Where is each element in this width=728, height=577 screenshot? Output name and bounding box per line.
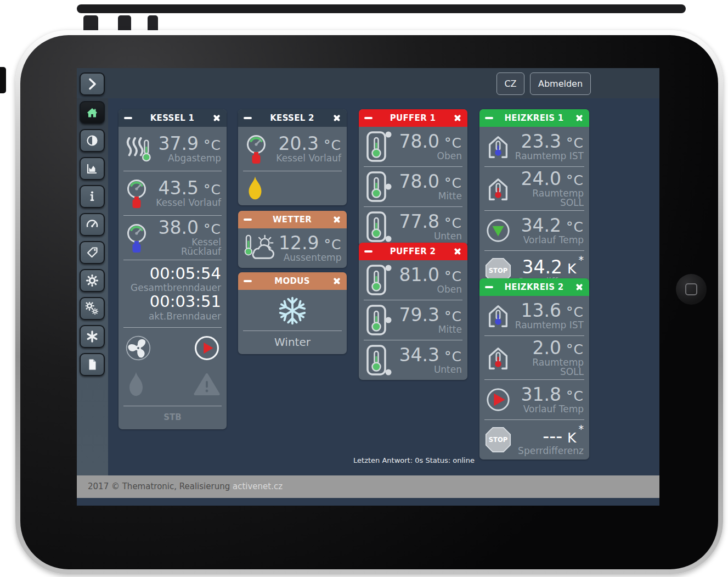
panel-title: KESSEL 2 bbox=[252, 113, 332, 123]
sidebar-item-settings[interactable] bbox=[80, 269, 105, 292]
panel-heizkreis1: HEIZKREIS 1 23.3°CRaumtemp IST 24.0°CRau… bbox=[479, 109, 589, 290]
flame-active-icon bbox=[245, 176, 340, 201]
timer-value: 00:03:51 bbox=[124, 293, 221, 310]
timer-label: Gesamtbrenndauer bbox=[124, 282, 221, 293]
sensor-row: 81.0°COben bbox=[364, 260, 462, 300]
sensor-row: 12.9°CAussentemp bbox=[243, 228, 342, 268]
sidebar-item-system[interactable] bbox=[80, 297, 105, 320]
page: CZ Abmelden bbox=[0, 0, 728, 577]
sidebar-item-service[interactable] bbox=[80, 325, 105, 348]
panel-kessel2-header: KESSEL 2 bbox=[238, 109, 347, 127]
tank-middle-icon bbox=[364, 304, 394, 336]
tablet-frame: CZ Abmelden bbox=[15, 30, 723, 574]
minimize-icon[interactable] bbox=[485, 117, 493, 119]
sensor-row: 38.0°CKessel Rücklauf bbox=[123, 215, 222, 260]
panel-title: MODUS bbox=[252, 276, 332, 286]
sidebar-item-dashboard[interactable] bbox=[80, 213, 105, 236]
fan-icon bbox=[125, 335, 173, 361]
close-icon[interactable] bbox=[575, 283, 584, 292]
top-bar: CZ Abmelden bbox=[77, 68, 659, 98]
panel-modus-header: MODUS bbox=[238, 272, 347, 290]
connection-status: Letzten Antwort: 0s Status: online bbox=[108, 456, 659, 464]
panel-heizkreis1-header: HEIZKREIS 1 bbox=[479, 109, 589, 127]
panel-modus: MODUS Winter bbox=[238, 272, 347, 354]
tablet-bezel: CZ Abmelden bbox=[20, 35, 718, 569]
panel-puffer1: PUFFER 1 78.0°COben 78.0°CMitte 77.8°CUn… bbox=[359, 109, 467, 247]
sensor-row: 78.0°CMitte bbox=[364, 166, 462, 206]
sensor-row: 77.8°CUnten bbox=[364, 206, 462, 247]
chevron-right-icon bbox=[86, 77, 99, 91]
gauge-blue-icon bbox=[124, 222, 154, 254]
boiler-status-icons bbox=[123, 327, 222, 406]
language-button[interactable]: CZ bbox=[496, 72, 524, 95]
house-thermometer-red-icon bbox=[485, 345, 515, 371]
sensor-row: 2.0°CRaumtemp SOLL bbox=[484, 335, 584, 379]
tachometer-icon bbox=[86, 218, 99, 231]
sidebar-item-home[interactable] bbox=[80, 101, 105, 124]
sidebar-item-info[interactable] bbox=[80, 185, 105, 208]
sensor-row: 78.0°COben bbox=[364, 127, 462, 166]
home-icon bbox=[86, 106, 99, 119]
sensor-row: 24.0°CRaumtemp SOLL bbox=[484, 166, 584, 210]
minimize-icon[interactable] bbox=[244, 219, 252, 221]
timer-value: 00:05:54 bbox=[124, 265, 221, 282]
house-thermometer-red-icon bbox=[485, 176, 515, 202]
panel-wetter: WETTER 12.9°CAussentemp bbox=[238, 211, 347, 268]
minimize-icon[interactable] bbox=[244, 280, 252, 282]
close-icon[interactable] bbox=[453, 114, 462, 122]
close-icon[interactable] bbox=[332, 114, 341, 122]
sidebar-item-reports[interactable] bbox=[80, 353, 105, 376]
winter-mode-row bbox=[238, 290, 347, 330]
burn-timers: 00:05:54 Gesamtbrenndauer 00:03:51 akt.B… bbox=[123, 260, 222, 327]
activenet-link[interactable]: activenet.cz bbox=[233, 481, 283, 491]
sidebar-item-contrast[interactable] bbox=[80, 129, 105, 152]
close-icon[interactable] bbox=[575, 114, 584, 122]
mixer-valve-down-icon bbox=[485, 217, 515, 244]
sensor-row: 34.3°CUnten bbox=[364, 340, 462, 380]
gauge-red-icon bbox=[124, 177, 154, 209]
area-chart-icon bbox=[86, 162, 99, 175]
sensor-row: 43.5°CKessel Vorlauf bbox=[123, 171, 222, 215]
home-button[interactable] bbox=[676, 274, 707, 305]
timer-label: akt.Brenndauer bbox=[124, 311, 221, 322]
gear-icon bbox=[86, 274, 99, 287]
minimize-icon[interactable] bbox=[485, 286, 493, 288]
panel-wetter-header: WETTER bbox=[238, 211, 347, 228]
close-icon[interactable] bbox=[332, 215, 341, 224]
sidebar-item-trend[interactable] bbox=[80, 157, 105, 180]
minimize-icon[interactable] bbox=[124, 117, 132, 119]
minimize-icon[interactable] bbox=[244, 117, 252, 119]
sidebar-expand-button[interactable] bbox=[80, 72, 105, 96]
close-icon[interactable] bbox=[212, 114, 221, 122]
sensor-row: 37.9°CAbgastemp bbox=[123, 127, 222, 171]
close-icon[interactable] bbox=[332, 277, 341, 285]
flame-inactive-icon bbox=[125, 371, 173, 397]
side-switch[interactable] bbox=[0, 67, 6, 93]
sidebar-item-tags[interactable] bbox=[80, 241, 105, 264]
panel-title: HEIZKREIS 2 bbox=[493, 282, 575, 292]
panel-kessel1-header: KESSEL 1 bbox=[118, 109, 227, 127]
tank-middle-icon bbox=[364, 171, 394, 203]
tank-top-icon bbox=[364, 264, 394, 296]
panel-puffer2-header: PUFFER 2 bbox=[359, 243, 467, 260]
panel-title: HEIZKREIS 1 bbox=[493, 113, 575, 123]
panel-kessel1: KESSEL 1 37.9°CAbgastemp 43.5°CKessel Vo… bbox=[118, 109, 227, 429]
snowflake-icon bbox=[276, 295, 308, 327]
sensor-row: 79.3°CMitte bbox=[364, 300, 462, 340]
panel-title: PUFFER 2 bbox=[373, 247, 453, 256]
panel-title: WETTER bbox=[252, 215, 332, 225]
panel-title: KESSEL 1 bbox=[132, 113, 212, 123]
minimize-icon[interactable] bbox=[364, 250, 373, 253]
tank-bottom-icon bbox=[364, 344, 394, 376]
sensor-row: 23.3°CRaumtemp IST bbox=[484, 127, 584, 166]
sensor-row: 13.6°CRaumtemp IST bbox=[484, 296, 584, 335]
info-icon bbox=[86, 190, 99, 203]
logout-button[interactable]: Abmelden bbox=[530, 72, 591, 95]
contrast-icon bbox=[86, 134, 99, 147]
stb-label: STB bbox=[123, 406, 222, 429]
warning-inactive-icon bbox=[194, 372, 220, 396]
gauge-red-icon bbox=[244, 133, 273, 165]
outdoor-weather-icon bbox=[244, 234, 279, 262]
close-icon[interactable] bbox=[453, 247, 462, 256]
minimize-icon[interactable] bbox=[364, 117, 373, 119]
